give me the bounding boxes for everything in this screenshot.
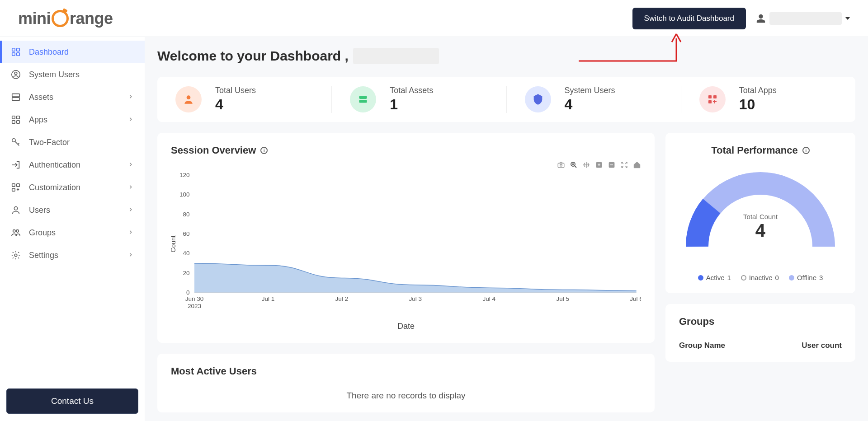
pan-icon[interactable]: [582, 161, 590, 169]
users-stat-icon: [175, 86, 202, 112]
login-icon: [11, 160, 21, 170]
sidebar-item-label: Two-Factor: [29, 138, 70, 147]
chevron-right-icon: [127, 206, 134, 215]
chevron-down-icon: [845, 17, 850, 20]
info-icon[interactable]: i: [260, 147, 268, 154]
stat-value: 4: [215, 96, 256, 113]
logo-o-icon: [52, 10, 69, 27]
autoscale-icon[interactable]: [620, 161, 628, 169]
server-icon: [11, 92, 21, 102]
sidebar-item-label: Assets: [29, 93, 53, 102]
sidebar-item-two-factor[interactable]: Two-Factor: [0, 131, 145, 154]
svg-text:Jul 6: Jul 6: [630, 295, 641, 302]
most-active-title: Most Active Users: [171, 365, 641, 377]
svg-rect-11: [17, 121, 19, 123]
key-icon: [11, 137, 21, 147]
home-icon[interactable]: [633, 161, 641, 169]
sidebar-item-label: Apps: [29, 115, 47, 125]
apps-stat-icon: [699, 86, 726, 112]
sidebar-item-groups[interactable]: Groups: [0, 221, 145, 244]
app-header: mini range Switch to Audit Dashboard: [0, 0, 868, 37]
sidebar-item-users[interactable]: Users: [0, 199, 145, 221]
main-content: Welcome to your Dashboard , Total Users …: [145, 37, 868, 421]
grid-icon: [11, 47, 21, 57]
user-circle-icon: [11, 70, 21, 80]
legend-value: 1: [727, 274, 731, 281]
zoom-icon[interactable]: [570, 161, 578, 169]
sidebar-item-label: Dashboard: [29, 47, 69, 57]
sidebar-item-dashboard[interactable]: Dashboard: [0, 41, 145, 63]
ring-icon: [741, 275, 746, 281]
svg-rect-26: [558, 163, 564, 168]
chart-toolbar: [171, 161, 641, 169]
assets-stat-icon: [350, 86, 376, 112]
stat-value: 4: [565, 96, 615, 113]
zoom-in-icon[interactable]: [595, 161, 603, 169]
sidebar-item-label: Customization: [29, 183, 80, 192]
svg-point-5: [14, 72, 17, 75]
legend-label: Active: [706, 274, 725, 281]
svg-rect-22: [359, 100, 367, 103]
sidebar-item-label: Users: [29, 206, 50, 215]
sidebar-item-settings[interactable]: Settings: [0, 244, 145, 267]
system-users-stat-icon: [525, 86, 551, 112]
legend-label: Inactive: [749, 274, 773, 281]
area-chart: 020406080100120Jun 302023Jul 1Jul 2Jul 3…: [171, 171, 641, 315]
groups-panel: Groups Group Name User count: [665, 304, 855, 362]
dot-icon: [698, 275, 703, 281]
stat-total-apps: Total Apps 10: [681, 86, 855, 113]
gauge-center-label: Total Count: [743, 213, 778, 220]
stat-label: Total Apps: [739, 86, 777, 95]
no-records-text: There are no records to display: [171, 391, 641, 401]
svg-rect-23: [708, 95, 712, 98]
sidebar-item-label: Groups: [29, 228, 56, 238]
groups-col-count: User count: [802, 341, 842, 350]
sidebar-item-authentication[interactable]: Authentication: [0, 154, 145, 176]
sidebar-item-assets[interactable]: Assets: [0, 86, 145, 108]
svg-rect-14: [17, 184, 19, 187]
user-menu[interactable]: [756, 12, 850, 25]
sidebar-item-system-users[interactable]: System Users: [0, 63, 145, 86]
info-icon[interactable]: i: [802, 147, 810, 154]
legend-active: Active 1: [698, 274, 731, 281]
logo-text-suffix: range: [70, 9, 113, 28]
session-overview-panel: Session Overview i Count 0204: [157, 133, 655, 343]
svg-point-27: [560, 164, 562, 167]
svg-rect-15: [12, 188, 15, 191]
sidebar-item-apps[interactable]: Apps: [0, 108, 145, 131]
sidebar: Dashboard System Users Assets Apps Two-F…: [0, 37, 145, 421]
svg-text:Jul 4: Jul 4: [482, 295, 495, 302]
users-icon: [11, 228, 21, 238]
logo-text-prefix: mini: [18, 9, 51, 28]
user-name-placeholder: [769, 12, 842, 25]
groups-col-name: Group Name: [679, 341, 725, 350]
x-axis-label: Date: [171, 322, 641, 331]
welcome-heading: Welcome to your Dashboard ,: [157, 48, 855, 64]
svg-rect-24: [713, 95, 717, 98]
y-axis-label: Count: [170, 235, 177, 252]
svg-rect-1: [17, 48, 19, 51]
camera-icon[interactable]: [557, 161, 565, 169]
gauge-center-value: 4: [743, 220, 778, 241]
svg-rect-7: [12, 98, 20, 100]
gauge-chart: Total Count 4: [679, 170, 842, 256]
svg-rect-6: [12, 94, 20, 97]
svg-rect-25: [708, 100, 712, 103]
legend-inactive: Inactive 0: [741, 274, 779, 281]
svg-text:0: 0: [186, 289, 190, 296]
sidebar-item-label: Settings: [29, 251, 58, 260]
zoom-out-icon[interactable]: [608, 161, 616, 169]
svg-text:60: 60: [183, 230, 190, 237]
svg-text:80: 80: [183, 211, 190, 218]
sidebar-item-label: Authentication: [29, 160, 80, 170]
svg-rect-3: [17, 53, 19, 56]
stat-label: Total Users: [215, 86, 256, 95]
switch-audit-button[interactable]: Switch to Audit Dashboard: [632, 8, 746, 29]
groups-table-header: Group Name User count: [679, 341, 842, 350]
legend-value: 0: [775, 274, 779, 281]
sidebar-item-customization[interactable]: Customization: [0, 176, 145, 199]
contact-us-button[interactable]: Contact Us: [6, 388, 138, 414]
legend-offline: Offline 3: [789, 274, 823, 281]
brand-logo: mini range: [18, 9, 113, 28]
svg-text:Jul 1: Jul 1: [262, 295, 275, 302]
